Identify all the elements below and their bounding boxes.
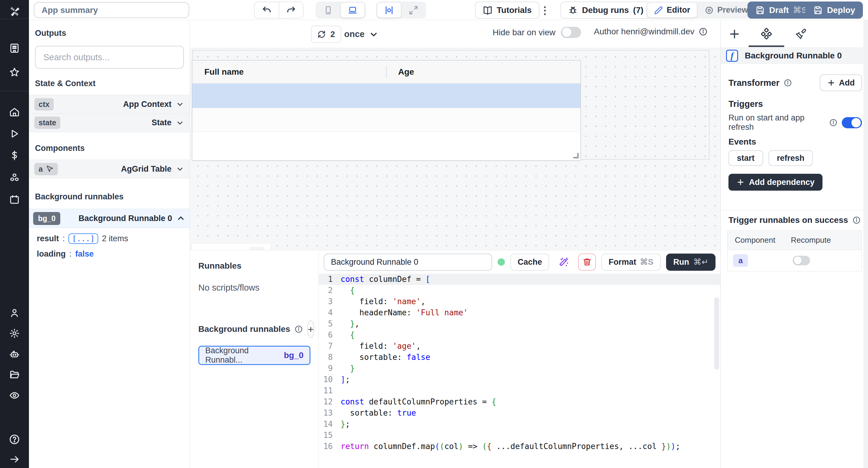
code-line[interactable]: 12const defaultColumnProperties = { (319, 396, 720, 407)
hide-bar-toggle[interactable] (561, 27, 581, 38)
code-line[interactable]: 9 } (319, 363, 720, 374)
column-header-age[interactable]: Age (398, 67, 414, 77)
search-outputs-input[interactable] (35, 46, 184, 69)
settings-gear-icon[interactable] (9, 328, 20, 339)
undo-button[interactable] (255, 2, 279, 18)
deploy-button[interactable]: Deploy (805, 1, 863, 19)
table-row-selected[interactable] (192, 84, 581, 108)
delete-button[interactable] (578, 254, 596, 271)
debug-runs-button[interactable]: Debug runs (7) (560, 1, 651, 19)
insert-component-tab[interactable] (726, 26, 743, 42)
center-layout-button[interactable] (377, 3, 401, 18)
editor-tab[interactable]: Editor (647, 3, 697, 18)
code-line[interactable]: 4 headerName: 'Full name' (319, 307, 720, 318)
redo-button[interactable] (279, 2, 303, 18)
app-summary-input[interactable] (34, 2, 189, 18)
info-icon[interactable] (852, 216, 861, 224)
info-icon[interactable] (784, 78, 792, 87)
desktop-view-button[interactable] (341, 3, 364, 18)
code-line[interactable]: 13 sortable: true (319, 407, 720, 419)
chevron-up-icon[interactable] (176, 214, 185, 223)
draft-button[interactable]: Draft ⌘S (747, 1, 815, 19)
state-label: State (152, 118, 172, 127)
aggrid-table-component[interactable]: Full name Age (192, 60, 581, 161)
expand-layout-button[interactable] (402, 3, 425, 18)
code-line[interactable]: 10]; (319, 374, 720, 385)
ai-wand-button[interactable] (555, 254, 572, 271)
more-menu-button[interactable]: ⋮ (538, 3, 552, 18)
output-row-state[interactable]: state State (29, 113, 190, 132)
apps-icon[interactable] (9, 43, 20, 54)
code-line[interactable]: 7 field: 'age', (319, 341, 720, 352)
code-line[interactable]: 15 (319, 430, 720, 441)
editor-scrollbar[interactable] (714, 297, 719, 370)
event-pill-refresh[interactable]: refresh (769, 150, 813, 166)
table-row[interactable] (192, 108, 581, 132)
column-separator[interactable] (386, 66, 387, 78)
column-header-full-name[interactable]: Full name (192, 67, 244, 77)
user-icon[interactable] (9, 307, 20, 318)
window-scrollbar[interactable] (864, 20, 868, 468)
line-number: 16 (319, 441, 333, 452)
help-icon[interactable] (9, 434, 20, 445)
chevron-down-icon[interactable] (176, 119, 184, 127)
chevron-down-icon[interactable] (176, 100, 184, 108)
bg-runnable-row[interactable]: bg_0 Background Runnable 0 (29, 209, 190, 228)
resize-handle[interactable] (573, 153, 579, 158)
run-button[interactable]: Run ⌘↵ (666, 254, 715, 271)
schedules-calendar-icon[interactable] (9, 194, 20, 205)
format-button[interactable]: Format ⌘S (601, 254, 661, 271)
result-expand-button[interactable]: [...] (68, 233, 98, 244)
refresh-mode-select[interactable]: once (344, 26, 378, 43)
section-divider (721, 210, 868, 210)
runnable-item-selected[interactable]: Background Runnabl... bg_0 (198, 346, 310, 365)
preview-tab[interactable]: Preview (698, 3, 755, 18)
zoom-out-button[interactable]: − (198, 247, 214, 250)
add-runnable-button[interactable]: + (307, 321, 314, 338)
windmill-logo-icon[interactable] (8, 5, 21, 18)
code-line[interactable]: 3 field: 'name', (319, 296, 720, 307)
code-line[interactable]: 16return columnDef.map((col) => ({ ...de… (319, 441, 720, 452)
transformer-title: Transformer (728, 78, 779, 88)
code-line[interactable]: 11 (319, 385, 720, 396)
recompute-toggle[interactable] (793, 256, 810, 265)
eye-icon[interactable] (9, 390, 20, 401)
event-pill-start[interactable]: start (728, 150, 763, 166)
output-row-ctx[interactable]: ctx App Context (29, 95, 190, 113)
component-row-a[interactable]: a AgGrid Table (29, 160, 190, 178)
resources-cubes-icon[interactable] (9, 172, 20, 183)
code-line[interactable]: 8 sortable: false (319, 352, 720, 363)
code-line[interactable]: 6 { (319, 330, 720, 341)
styling-tab[interactable] (792, 26, 809, 42)
chevron-down-icon[interactable] (176, 165, 184, 173)
info-icon[interactable] (829, 119, 838, 127)
zoom-in-button[interactable]: + (249, 247, 265, 250)
add-dependency-button[interactable]: Add dependency (728, 174, 823, 191)
mobile-view-button[interactable] (317, 3, 340, 18)
code-line[interactable]: 14}; (319, 419, 720, 430)
runs-play-icon[interactable] (9, 128, 20, 139)
ai-robot-icon[interactable] (9, 349, 20, 360)
settings-components-tab[interactable] (758, 26, 775, 42)
cache-button[interactable]: Cache (510, 254, 549, 271)
home-icon[interactable] (9, 107, 20, 118)
code-area[interactable]: 1const columnDef = [2 {3 field: 'name',4… (319, 274, 720, 468)
refresh-count-button[interactable]: 2 (311, 26, 341, 43)
app-canvas[interactable]: Full name Age − 100% + (190, 48, 720, 250)
favorites-star-icon[interactable] (9, 67, 20, 78)
add-transformer-button[interactable]: Add (820, 74, 862, 91)
plus-icon (729, 28, 740, 40)
collapse-arrow-icon[interactable] (9, 454, 20, 465)
run-on-start-toggle[interactable] (842, 117, 862, 128)
code-line[interactable]: 2 { (319, 285, 720, 296)
code-line[interactable]: 1const columnDef = [ (319, 274, 720, 285)
tutorials-button[interactable]: Tutorials (475, 1, 539, 19)
line-number: 4 (319, 307, 333, 318)
variables-dollar-icon[interactable] (9, 150, 20, 161)
code-line[interactable]: 5 }, (319, 318, 720, 330)
runnable-name-input[interactable] (324, 254, 492, 271)
loading-value: false (75, 249, 94, 259)
info-icon[interactable] (699, 27, 708, 36)
info-icon[interactable] (294, 325, 303, 333)
folder-icon[interactable] (9, 369, 20, 380)
